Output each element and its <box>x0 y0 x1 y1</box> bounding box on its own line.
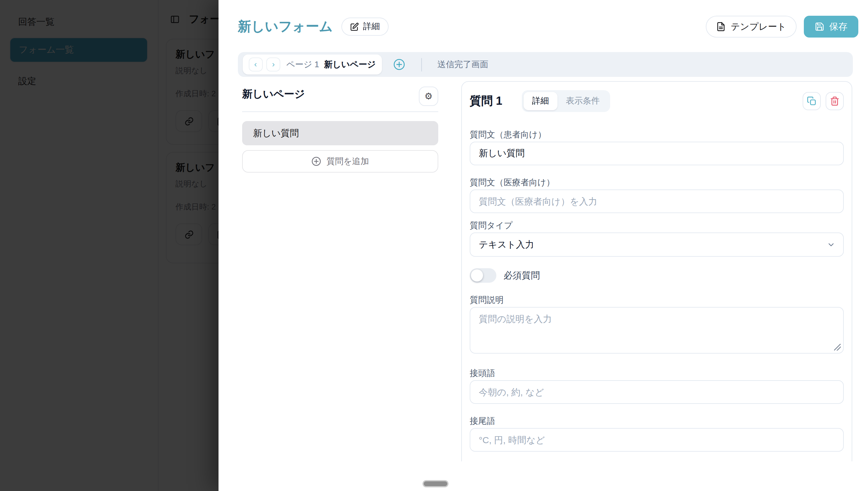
field-label: 質問文（医療者向け） <box>470 177 844 187</box>
field-label: 質問タイプ <box>470 220 844 230</box>
field-label: 接尾語 <box>470 416 844 426</box>
nav-divider <box>421 58 422 71</box>
field-question-text-clinician: 質問文（医療者向け） <box>470 177 844 213</box>
file-text-icon <box>716 22 726 31</box>
horizontal-scrollbar-thumb[interactable] <box>424 481 447 486</box>
app-screen: 回答一覧 フォーム一覧 設定 フォー 新しいフ 説明なし 作成日時: 2 <box>0 0 868 491</box>
modal-backdrop[interactable] <box>0 0 218 491</box>
question-title: 質問 1 <box>470 93 502 109</box>
add-page-button[interactable] <box>392 58 405 71</box>
page-number-label: ページ 1 <box>286 59 319 70</box>
save-button[interactable]: 保存 <box>804 16 858 37</box>
current-page-tab[interactable]: ページ 1 新しいページ <box>243 55 382 75</box>
page-name-label: 新しいページ <box>324 59 376 70</box>
resize-grip-icon[interactable] <box>834 344 841 350</box>
question-list-item-label: 新しい質問 <box>253 127 299 139</box>
field-required: 必須質問 <box>470 268 844 283</box>
circle-plus-icon <box>392 58 405 71</box>
field-label: 質問説明 <box>470 295 844 305</box>
field-question-text-patient: 質問文（患者向け） <box>470 129 844 165</box>
page-nav-bar: ページ 1 新しいページ 送信完了画面 <box>238 52 853 77</box>
page-settings-button[interactable]: ⚙ <box>419 87 438 106</box>
question-description-textarea[interactable] <box>470 307 844 353</box>
toggle-knob <box>471 269 483 282</box>
question-text-clinician-input[interactable] <box>470 190 844 213</box>
submit-complete-screen-tab[interactable]: 送信完了画面 <box>437 59 488 70</box>
prefix-input[interactable] <box>470 380 844 404</box>
question-panel-viewport: 質問 1 詳細 表示条件 <box>461 81 854 461</box>
required-label: 必須質問 <box>504 270 540 281</box>
question-list-item[interactable]: 新しい質問 <box>242 121 438 145</box>
chevron-left-icon <box>253 61 259 68</box>
page-panel: 新しいページ ⚙ 新しい質問 質問を追加 <box>242 87 438 173</box>
question-text-patient-input[interactable] <box>470 142 844 165</box>
question-panel-header: 質問 1 詳細 表示条件 <box>470 90 844 112</box>
question-panel: 質問 1 詳細 表示条件 <box>461 81 852 461</box>
field-label: 接頭語 <box>470 368 844 378</box>
pencil-square-icon <box>350 22 359 31</box>
page-next-button[interactable] <box>266 58 280 71</box>
page-prev-button[interactable] <box>249 58 263 71</box>
trash-icon <box>830 96 840 106</box>
chevron-right-icon <box>271 61 276 68</box>
divider <box>242 111 438 112</box>
delete-question-button[interactable] <box>826 92 844 110</box>
field-question-description: 質問説明 <box>470 295 844 356</box>
tab-display-conditions[interactable]: 表示条件 <box>558 92 608 110</box>
field-question-type: 質問タイプ テキスト入力 <box>470 220 844 257</box>
field-prefix: 接頭語 <box>470 368 844 404</box>
save-button-label: 保存 <box>829 21 847 32</box>
tab-detail[interactable]: 詳細 <box>523 92 558 110</box>
save-icon <box>815 22 825 31</box>
form-title: 新しいフォーム <box>238 18 333 36</box>
modal-header: 新しいフォーム 詳細 テンプレート <box>238 13 858 40</box>
question-type-value: テキスト入力 <box>479 239 534 250</box>
question-type-select[interactable]: テキスト入力 <box>470 232 844 257</box>
copy-icon <box>807 96 816 106</box>
field-suffix: 接尾語 <box>470 416 844 452</box>
suffix-input[interactable] <box>470 428 844 452</box>
circle-plus-icon <box>311 156 322 167</box>
required-toggle[interactable] <box>470 268 496 283</box>
detail-button-label: 詳細 <box>363 21 380 32</box>
template-button[interactable]: テンプレート <box>706 16 797 37</box>
duplicate-question-button[interactable] <box>803 92 821 110</box>
page-panel-title: 新しいページ <box>242 87 438 102</box>
detail-button[interactable]: 詳細 <box>341 18 388 36</box>
question-tabs: 詳細 表示条件 <box>522 90 610 112</box>
field-label: 質問文（患者向け） <box>470 129 844 139</box>
form-editor-modal: 新しいフォーム 詳細 テンプレート <box>218 0 868 491</box>
add-question-button[interactable]: 質問を追加 <box>242 150 438 173</box>
chevron-down-icon <box>827 240 835 249</box>
gear-icon: ⚙ <box>425 91 433 102</box>
template-button-label: テンプレート <box>730 21 786 32</box>
add-question-label: 質問を追加 <box>327 156 369 167</box>
